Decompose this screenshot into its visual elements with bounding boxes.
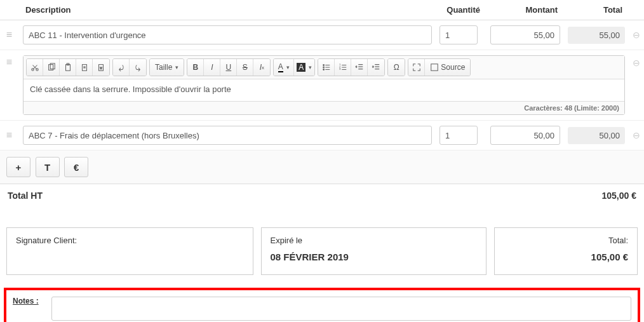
italic-icon[interactable]: I (204, 59, 220, 76)
col-description: Description (19, 0, 436, 20)
signature-label: Signature Client: (16, 236, 244, 245)
col-total: Total (564, 0, 629, 20)
editor-toolbar: Taille▾ B I U S Ix A▾ A▾ (23, 56, 624, 79)
special-char-icon[interactable]: Ω (388, 59, 405, 76)
table-header-row: Description Quantité Montant Total (0, 0, 644, 20)
col-amount: Montant (486, 0, 564, 20)
rich-text-editor: Taille▾ B I U S Ix A▾ A▾ (23, 55, 625, 115)
add-text-button[interactable]: T (36, 157, 60, 177)
remove-line-icon[interactable]: ⊖ (629, 121, 644, 151)
svg-text:3: 3 (339, 67, 341, 70)
line-row: ≡ 55,00 ⊖ (0, 20, 644, 50)
remove-format-icon[interactable]: Ix (253, 59, 270, 76)
grand-total-label: Total: (504, 236, 628, 245)
editor-char-count: Caractères: 48 (Limite: 2000) (23, 101, 624, 114)
subtotal-label: Total HT (8, 191, 43, 201)
amount-input[interactable] (490, 126, 560, 145)
notes-section: Notes : (4, 288, 640, 322)
quantity-input[interactable] (439, 25, 478, 44)
quantity-input[interactable] (439, 126, 478, 145)
add-currency-button[interactable]: € (64, 157, 88, 177)
paste-icon[interactable] (60, 59, 76, 76)
signature-box: Signature Client: (6, 227, 253, 275)
line-total: 55,00 (568, 27, 625, 44)
svg-point-10 (323, 69, 325, 70)
grand-total-value: 105,00 € (504, 252, 628, 262)
bg-color-icon[interactable]: A▾ (294, 59, 314, 76)
add-line-button[interactable]: + (6, 157, 30, 177)
svg-point-8 (323, 65, 325, 66)
line-row: ≡ 50,00 ⊖ (0, 121, 644, 151)
notes-input[interactable] (51, 297, 631, 321)
drag-handle-icon[interactable]: ≡ (0, 121, 19, 151)
maximize-icon[interactable] (408, 59, 425, 76)
editor-content[interactable]: Clé cassée dans la serrure. Impossible d… (23, 79, 624, 101)
drag-handle-icon[interactable]: ≡ (0, 20, 19, 50)
editor-row: ≡ (0, 50, 644, 121)
undo-icon[interactable] (113, 59, 130, 76)
col-quantity: Quantité (436, 0, 486, 20)
amount-input[interactable] (490, 25, 560, 44)
expiry-label: Expiré le (271, 236, 478, 245)
indent-icon[interactable] (368, 59, 384, 76)
paste-word-icon[interactable] (93, 59, 109, 76)
subtotal-value: 105,00 € (602, 191, 637, 201)
svg-rect-14 (431, 64, 438, 71)
font-size-dropdown[interactable]: Taille▾ (150, 59, 184, 76)
cut-icon[interactable] (27, 59, 43, 76)
svg-point-9 (323, 67, 325, 68)
bullet-list-icon[interactable] (318, 59, 335, 76)
outdent-icon[interactable] (351, 59, 368, 76)
bold-icon[interactable]: B (187, 59, 204, 76)
text-color-icon[interactable]: A▾ (274, 59, 294, 76)
strike-icon[interactable]: S (237, 59, 253, 76)
description-input[interactable] (23, 25, 432, 44)
action-button-row: + T € (0, 151, 644, 184)
expiry-date: 08 FÉVRIER 2019 (271, 252, 478, 262)
svg-rect-4 (65, 65, 70, 71)
copy-icon[interactable] (43, 59, 60, 76)
subtotal-row: Total HT 105,00 € (0, 184, 644, 207)
line-total: 50,00 (568, 127, 625, 144)
notes-label: Notes : (13, 297, 39, 305)
drag-handle-icon[interactable]: ≡ (0, 50, 19, 121)
expiry-box: Expiré le 08 FÉVRIER 2019 (261, 227, 487, 275)
description-input[interactable] (23, 126, 432, 145)
remove-line-icon[interactable]: ⊖ (629, 50, 644, 121)
underline-icon[interactable]: U (220, 59, 237, 76)
remove-line-icon[interactable]: ⊖ (629, 20, 644, 50)
source-button[interactable]: Source (425, 59, 470, 76)
redo-icon[interactable] (130, 59, 146, 76)
paste-text-icon[interactable] (76, 59, 93, 76)
number-list-icon[interactable]: 123 (335, 59, 351, 76)
grand-total-box: Total: 105,00 € (494, 227, 638, 275)
